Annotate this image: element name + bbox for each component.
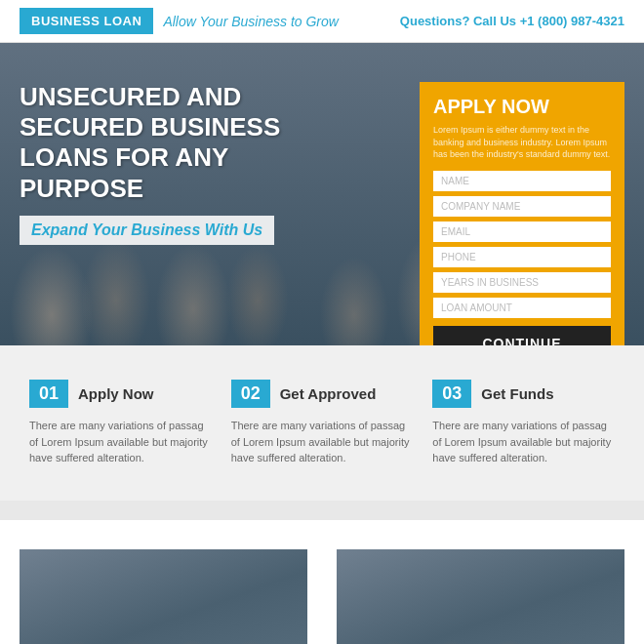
- continue-button[interactable]: CONTINUE: [433, 326, 611, 345]
- step-number: 03: [432, 380, 471, 408]
- feature-people: [337, 549, 624, 645]
- step-item: 01 Apply Now There are many variations o…: [29, 380, 212, 466]
- loan-amount-input[interactable]: [433, 298, 611, 318]
- hero-content: UNSECURED AND SECURED BUSINESS LOANS FOR…: [0, 43, 644, 345]
- section-divider: [0, 501, 644, 520]
- email-input[interactable]: [433, 221, 611, 242]
- hero-subline: Expand Your Business With Us: [31, 221, 262, 238]
- step-item: 03 Get Funds There are many variations o…: [432, 380, 615, 466]
- phone-label: Questions? Call Us: [400, 14, 516, 28]
- company-name-input[interactable]: [433, 196, 611, 217]
- hero-section: UNSECURED AND SECURED BUSINESS LOANS FOR…: [0, 43, 644, 345]
- apply-form: APPLY NOW Lorem Ipsum is either dummy te…: [420, 82, 624, 345]
- header-tagline: Allow Your Business to Grow: [163, 14, 339, 29]
- step-title: Apply Now: [78, 385, 154, 402]
- form-title: APPLY NOW: [433, 96, 611, 118]
- step-header: 02 Get Approved: [231, 380, 414, 408]
- site-logo: BUSINESS LOAN: [20, 8, 153, 34]
- name-input[interactable]: [433, 171, 611, 191]
- feature-people: [20, 549, 307, 645]
- step-desc: There are many variations of passag of L…: [29, 418, 212, 466]
- step-title: Get Approved: [280, 385, 377, 402]
- feature-image: [337, 549, 624, 645]
- features-section: We Understand Business Lorem Ipsum is si…: [0, 520, 644, 645]
- feature-image: [20, 549, 307, 645]
- step-header: 03 Get Funds: [432, 380, 615, 408]
- steps-section: 01 Apply Now There are many variations o…: [0, 345, 644, 501]
- step-title: Get Funds: [481, 385, 553, 402]
- hero-text: UNSECURED AND SECURED BUSINESS LOANS FOR…: [20, 82, 342, 245]
- step-desc: There are many variations of passag of L…: [231, 418, 414, 466]
- form-description: Lorem Ipsum is either dummy text in the …: [433, 124, 611, 161]
- step-number: 02: [231, 380, 270, 408]
- feature-item: We Keep Your Business Rolling Lorem Ipsu…: [337, 549, 624, 645]
- header-left: BUSINESS LOAN Allow Your Business to Gro…: [20, 8, 339, 34]
- step-item: 02 Get Approved There are many variation…: [231, 380, 414, 466]
- header-phone: Questions? Call Us +1 (800) 987-4321: [400, 14, 624, 28]
- phone-input[interactable]: [433, 247, 611, 267]
- phone-number[interactable]: +1 (800) 987-4321: [520, 14, 624, 28]
- features-grid: We Understand Business Lorem Ipsum is si…: [20, 549, 624, 645]
- header: BUSINESS LOAN Allow Your Business to Gro…: [0, 0, 644, 43]
- step-header: 01 Apply Now: [29, 380, 212, 408]
- hero-headline: UNSECURED AND SECURED BUSINESS LOANS FOR…: [20, 82, 342, 204]
- step-number: 01: [29, 380, 68, 408]
- steps-grid: 01 Apply Now There are many variations o…: [29, 380, 615, 466]
- feature-item: We Understand Business Lorem Ipsum is si…: [20, 549, 307, 645]
- hero-subline-box: Expand Your Business With Us: [20, 216, 274, 245]
- years-in-business-input[interactable]: [433, 272, 611, 293]
- step-desc: There are many variations of passag of L…: [432, 418, 615, 466]
